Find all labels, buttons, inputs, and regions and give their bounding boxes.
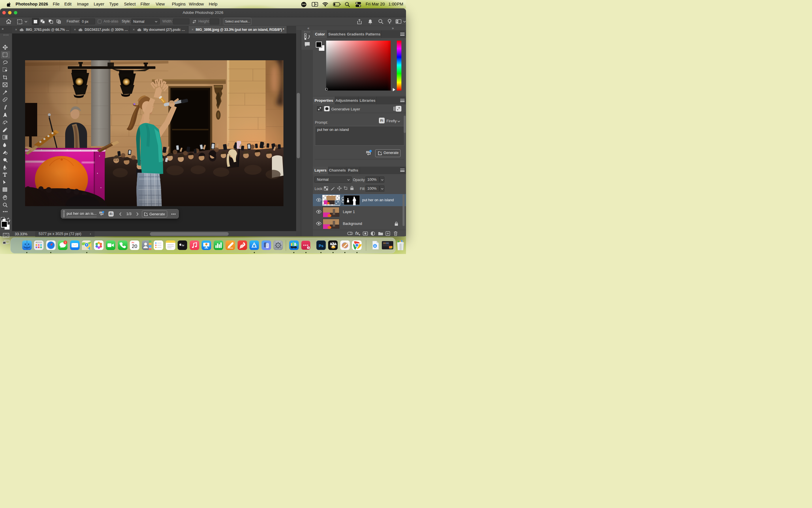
svg-text:2: 2 bbox=[65, 241, 66, 244]
svg-text:tv: tv bbox=[182, 244, 184, 247]
svg-text:Fri: Fri bbox=[132, 242, 134, 244]
svg-text:20: 20 bbox=[132, 244, 137, 249]
svg-text:Ps: Ps bbox=[318, 244, 324, 248]
